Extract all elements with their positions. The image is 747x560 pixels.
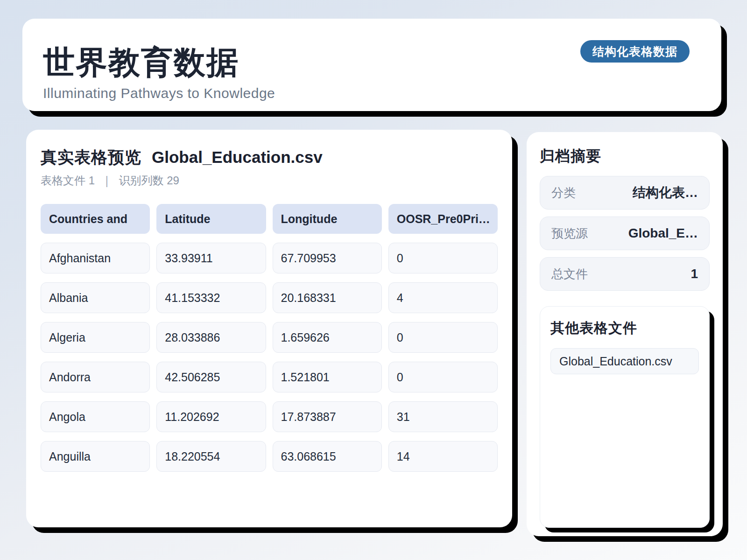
stat-row: 总文件 1 xyxy=(540,257,710,291)
data-table: Countries andLatitudeLongitudeOOSR_Pre0P… xyxy=(41,204,498,472)
table-cell: 63.068615 xyxy=(273,441,382,472)
preview-meta: 表格文件 1 ｜ 识别列数 29 xyxy=(41,173,498,188)
table-cell: 18.220554 xyxy=(156,441,266,472)
preview-title-row: 真实表格预览 Global_Education.csv xyxy=(41,147,498,168)
table-cell: 33.93911 xyxy=(156,243,266,273)
table-cell: 20.168331 xyxy=(273,282,382,313)
table-header-cell: Countries and xyxy=(41,204,150,234)
other-files-list: Global_Education.csv xyxy=(550,348,699,374)
preview-file-name: Global_Education.csv xyxy=(152,148,323,167)
table-cell: 0 xyxy=(388,362,498,392)
table-header-cell: Latitude xyxy=(156,204,266,234)
stat-label: 总文件 xyxy=(551,266,588,282)
stat-list: 分类 结构化表… 预览源 Global_E… 总文件 1 xyxy=(540,176,710,291)
stat-value: 1 xyxy=(691,266,698,281)
other-files-card: 其他表格文件 Global_Education.csv xyxy=(540,306,710,528)
archive-summary-title: 归档摘要 xyxy=(540,146,710,167)
other-files-title: 其他表格文件 xyxy=(550,319,699,338)
preview-title: 真实表格预览 xyxy=(41,147,141,168)
page-subtitle: Illuminating Pathways to Knowledge xyxy=(43,85,690,101)
table-cell: 28.033886 xyxy=(156,322,266,353)
meta-divider: ｜ xyxy=(101,173,113,188)
table-cell: 41.153332 xyxy=(156,282,266,313)
table-cell: 4 xyxy=(388,282,498,313)
file-list-item[interactable]: Global_Education.csv xyxy=(550,348,699,374)
table-header-cell: OOSR_Pre0Pri… xyxy=(388,204,498,234)
table-cell: Andorra xyxy=(41,362,150,392)
header-card: 世界教育数据 Illuminating Pathways to Knowledg… xyxy=(22,19,721,111)
table-cell: 0 xyxy=(388,243,498,273)
table-cell: 0 xyxy=(388,322,498,353)
meta-file-count: 表格文件 1 xyxy=(41,173,95,188)
table-cell: 11.202692 xyxy=(156,401,266,432)
stat-value: 结构化表… xyxy=(633,184,698,202)
table-cell: 1.521801 xyxy=(273,362,382,392)
table-cell: Albania xyxy=(41,282,150,313)
stat-row: 预览源 Global_E… xyxy=(540,217,710,250)
archive-summary-card: 归档摘要 分类 结构化表… 预览源 Global_E… 总文件 1 其他表格文件… xyxy=(527,132,723,536)
stat-label: 分类 xyxy=(551,185,576,201)
table-cell: Afghanistan xyxy=(41,243,150,273)
table-cell: 1.659626 xyxy=(273,322,382,353)
table-cell: 67.709953 xyxy=(273,243,382,273)
table-header-cell: Longitude xyxy=(273,204,382,234)
stat-row: 分类 结构化表… xyxy=(540,176,710,210)
table-cell: 31 xyxy=(388,401,498,432)
table-cell: 17.873887 xyxy=(273,401,382,432)
table-cell: 42.506285 xyxy=(156,362,266,392)
stat-value: Global_E… xyxy=(628,226,698,241)
table-cell: Anguilla xyxy=(41,441,150,472)
stat-label: 预览源 xyxy=(551,225,588,242)
table-cell: 14 xyxy=(388,441,498,472)
category-badge: 结构化表格数据 xyxy=(580,40,690,63)
table-cell: Algeria xyxy=(41,322,150,353)
meta-column-count: 识别列数 29 xyxy=(119,173,179,188)
table-preview-card: 真实表格预览 Global_Education.csv 表格文件 1 ｜ 识别列… xyxy=(26,130,512,527)
table-cell: Angola xyxy=(41,401,150,432)
